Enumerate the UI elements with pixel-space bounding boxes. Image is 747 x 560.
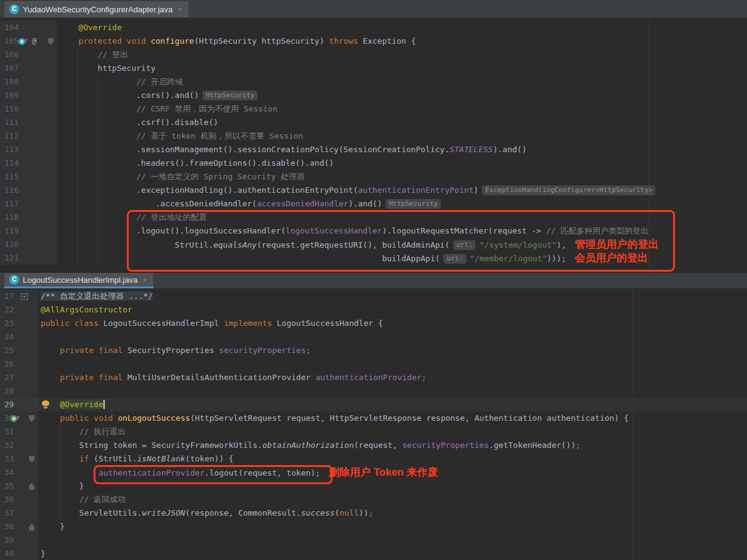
line-number[interactable]: 27 xyxy=(4,373,14,382)
code-text[interactable]: public void onLogoutSuccess(HttpServletR… xyxy=(38,412,747,425)
tab-yudao-web-security-configurer-adapter[interactable]: C YudaoWebSecurityConfigurerAdapter.java… xyxy=(4,1,188,17)
code-text[interactable]: .exceptionHandling().authenticationEntry… xyxy=(57,184,747,197)
line-number[interactable]: 108 xyxy=(4,77,18,86)
line-number[interactable]: 105 xyxy=(4,36,18,46)
code-text[interactable]: // CSRF 禁用，因为不使用 Session xyxy=(57,102,747,116)
code-text[interactable]: /** 自定义退出处理器 ...*/ xyxy=(38,290,747,303)
override-method-icon[interactable]: o↑ xyxy=(10,415,22,423)
line-number[interactable]: 32 xyxy=(4,440,14,450)
java-class-icon: C xyxy=(9,275,19,285)
line-number[interactable]: 117 xyxy=(4,199,18,208)
code-text[interactable]: // 一堆自定义的 Spring Security 处理器 xyxy=(57,170,747,184)
line-number[interactable]: 109 xyxy=(4,91,18,100)
line-number[interactable]: 29 xyxy=(4,400,14,409)
fold-collapse-icon[interactable] xyxy=(29,415,34,422)
code-text[interactable]: .csrf().disable() xyxy=(57,116,747,129)
line-number[interactable]: 26 xyxy=(4,359,14,368)
line-number[interactable]: 111 xyxy=(4,118,18,127)
tab-logout-success-handler-impl[interactable]: C LogoutSuccessHandlerImpl.java × xyxy=(4,273,153,288)
line-number[interactable]: 31 xyxy=(4,427,14,436)
code-text[interactable]: ServletUtils.writeJSON(response, CommonR… xyxy=(38,506,747,520)
code-text[interactable]: private final SecurityProperties securit… xyxy=(38,344,747,357)
code-text[interactable]: authenticationProvider.logout(request, t… xyxy=(38,466,747,479)
line-number[interactable]: 23 xyxy=(4,319,14,328)
code-text[interactable]: private final MultiUserDetailsAuthentica… xyxy=(38,371,747,384)
code-text[interactable] xyxy=(38,357,747,371)
fold-collapse-end-icon[interactable] xyxy=(29,483,34,490)
line-number[interactable]: 107 xyxy=(4,63,18,73)
fold-collapse-icon[interactable] xyxy=(48,38,54,45)
line-number[interactable]: 118 xyxy=(4,213,18,222)
code-text[interactable]: buildAppApi(url:"/member/logout")));会员用户… xyxy=(57,251,747,265)
line-number[interactable]: 114 xyxy=(4,158,18,168)
line-number[interactable]: 106 xyxy=(4,50,18,59)
code-text[interactable]: } xyxy=(38,479,747,493)
code-text[interactable]: } xyxy=(38,547,747,560)
code-text[interactable]: // 登出地址的配置 xyxy=(57,211,747,224)
line-number[interactable]: 22 xyxy=(4,305,14,314)
line-number[interactable]: 116 xyxy=(4,185,18,195)
code-text[interactable]: .logout().logoutSuccessHandler(logoutSuc… xyxy=(57,224,747,238)
line-number[interactable]: 33 xyxy=(4,454,14,463)
annotation-icon[interactable]: @ xyxy=(32,34,36,48)
code-text[interactable]: } xyxy=(38,520,747,534)
line-number[interactable]: 34 xyxy=(4,468,14,477)
lightbulb-icon[interactable] xyxy=(42,400,49,406)
code-text[interactable]: // 登出 xyxy=(57,48,747,62)
fold-expand-icon[interactable]: + xyxy=(21,293,28,300)
code-text[interactable] xyxy=(38,384,747,398)
override-method-icon[interactable]: o↑ xyxy=(18,38,30,46)
code-text[interactable]: .headers().frameOptions().disable().and(… xyxy=(57,156,747,170)
code-text[interactable] xyxy=(38,534,747,547)
code-line: 117 .accessDeniedHandler(accessDeniedHan… xyxy=(0,197,747,211)
code-text[interactable]: httpSecurity xyxy=(57,62,747,75)
code-line: 121 buildAppApi(url:"/member/logout")));… xyxy=(0,251,747,265)
code-text[interactable]: @Override xyxy=(38,398,747,412)
code-text[interactable]: // 返回成功 xyxy=(38,493,747,506)
code-text[interactable]: StrUtil.equalsAny(request.getRequestURI(… xyxy=(57,238,747,251)
line-number[interactable]: 119 xyxy=(4,226,18,235)
line-number[interactable]: 35 xyxy=(4,481,14,490)
code-text[interactable]: String token = SecurityFrameworkUtils.ob… xyxy=(38,439,747,452)
fold-collapse-end-icon[interactable] xyxy=(29,524,34,530)
line-number[interactable]: 28 xyxy=(4,386,14,396)
line-number[interactable]: 120 xyxy=(4,240,18,249)
line-number[interactable]: 37 xyxy=(4,508,14,517)
editor-bottom-pane[interactable]: 17+/** 自定义退出处理器 ...*/22@AllArgsConstruct… xyxy=(0,288,747,560)
line-number[interactable]: 121 xyxy=(4,253,18,262)
editor-top-pane[interactable]: 104 @Override105o↑@ protected void confi… xyxy=(0,18,747,273)
line-number[interactable]: 36 xyxy=(4,495,14,504)
code-text[interactable]: if (StrUtil.isNotBlank(token)) { xyxy=(38,452,747,466)
gutter: 112 xyxy=(0,129,57,143)
line-number[interactable]: 25 xyxy=(4,346,14,355)
code-line: 17+/** 自定义退出处理器 ...*/ xyxy=(0,290,747,303)
code-text[interactable]: .accessDeniedHandler(accessDeniedHandler… xyxy=(57,197,747,211)
code-text[interactable]: // 基于 token 机制，所以不需要 Session xyxy=(57,129,747,143)
line-number[interactable]: 39 xyxy=(4,535,14,545)
code-text[interactable]: .cors().and()HttpSecurity xyxy=(57,89,747,102)
code-text[interactable]: public class LogoutSuccessHandlerImpl im… xyxy=(38,317,747,330)
line-number[interactable]: 104 xyxy=(4,23,18,32)
gutter: 111 xyxy=(0,116,57,129)
line-number[interactable]: 110 xyxy=(4,104,18,113)
line-number[interactable]: 24 xyxy=(4,332,14,341)
code-text[interactable]: @Override xyxy=(57,21,747,34)
line-number[interactable]: 112 xyxy=(4,131,18,140)
code-text[interactable]: // 开启跨域 xyxy=(57,75,747,89)
code-text[interactable] xyxy=(38,330,747,344)
fold-collapse-icon[interactable] xyxy=(29,456,34,463)
line-number[interactable]: 40 xyxy=(4,549,14,558)
code-text[interactable]: .sessionManagement().sessionCreationPoli… xyxy=(57,143,747,156)
line-number[interactable]: 17 xyxy=(4,291,14,301)
tab-label: LogoutSuccessHandlerImpl.java xyxy=(23,275,137,285)
close-icon[interactable]: × xyxy=(177,5,182,14)
line-number[interactable]: 113 xyxy=(4,145,18,154)
code-text[interactable]: protected void configure(HttpSecurity ht… xyxy=(57,34,747,48)
code-text[interactable]: @AllArgsConstructor xyxy=(38,303,747,317)
line-number[interactable]: 115 xyxy=(4,172,18,181)
close-icon[interactable]: × xyxy=(142,275,147,285)
line-number[interactable]: 38 xyxy=(4,522,14,531)
gutter: 117 xyxy=(0,197,57,211)
code-text[interactable]: // 执行退出 xyxy=(38,425,747,439)
code-line: 120 StrUtil.equalsAny(request.getRequest… xyxy=(0,238,747,251)
